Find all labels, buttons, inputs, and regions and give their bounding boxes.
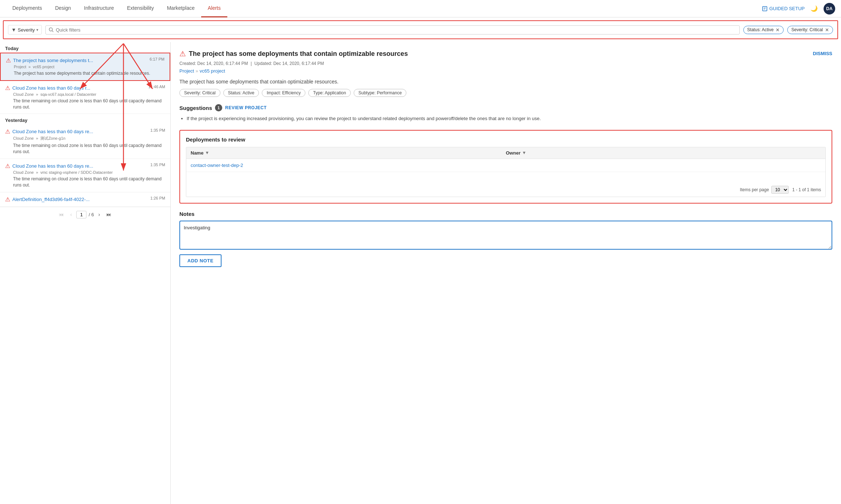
alert-title-a2[interactable]: Cloud Zone has less than 60 days r... [12,85,90,91]
today-group: Today ⚠ The project has some deployments… [0,42,170,114]
tag-type: Type: Application [308,89,351,97]
alert-title-b1[interactable]: Cloud Zone has less than 60 days re... [12,129,93,134]
alert-title-row-b2: ⚠ Cloud Zone has less than 60 days re... [5,163,148,169]
alert-header-b2: ⚠ Cloud Zone has less than 60 days re...… [5,163,165,169]
detail-meta: Created: Dec 14, 2020, 6:17:44 PM | Upda… [179,61,832,66]
notes-textarea[interactable]: Investigating [179,221,832,250]
top-navigation: Deployments Design Infrastructure Extens… [0,0,841,17]
critical-icon-b3: ⚠ [5,196,10,203]
first-page-button[interactable]: ⏮ [57,211,66,218]
deployment-link[interactable]: contact-owner-test-dep-2 [191,163,243,168]
status-active-close[interactable]: ✕ [776,27,780,33]
alert-header-b3: ⚠ AlertDefinition_ff4d3d96-fa4f-4022-...… [5,196,165,203]
deployments-title: Deployments to review [186,136,826,143]
filter-icon: ▼ [11,27,16,33]
last-page-button[interactable]: ⏭ [104,211,114,218]
alert-title-row-b3: ⚠ AlertDefinition_ff4d3d96-fa4f-4022-... [5,196,148,203]
breadcrumb-sep: » [195,68,198,74]
th-name-filter-icon[interactable]: ▼ [205,150,209,155]
detail-critical-icon: ⚠ [179,49,186,58]
current-page-input[interactable] [76,211,86,218]
severity-critical-close[interactable]: ✕ [825,27,829,33]
nav-infrastructure[interactable]: Infrastructure [77,0,120,17]
main-layout: Today ⚠ The project has some deployments… [0,42,841,504]
severity-critical-tag[interactable]: Severity: Critical ✕ [787,26,833,34]
alert-desc-b1: The time remaining on cloud zone is less… [13,143,165,155]
svg-rect-0 [763,7,767,11]
yesterday-label: Yesterday [0,114,170,124]
tag-subtype: Subtype: Performance [354,89,406,97]
svg-line-4 [52,30,53,32]
quick-filter-input[interactable] [56,27,736,33]
nav-design[interactable]: Design [49,0,78,17]
table-empty-row [186,172,825,183]
td-name: contact-owner-test-dep-2 [191,163,506,168]
critical-icon-a1: ⚠ [6,57,11,64]
severity-filter[interactable]: ▼ Severity ▾ [8,25,42,34]
next-page-button[interactable]: › [96,211,102,218]
meta-separator: | [251,61,252,66]
alert-item-a2[interactable]: ⚠ Cloud Zone has less than 60 days r... … [0,81,170,114]
alerts-list-panel: Today ⚠ The project has some deployments… [0,42,171,504]
alert-breadcrumb-b2: Cloud Zone » vmc staging-vsphere / SDDC-… [13,170,165,175]
items-count: 1 - 1 of 1 items [792,187,821,192]
alert-title-row-a2: ⚠ Cloud Zone has less than 60 days r... [5,85,146,91]
alert-desc-a1: The project has some deployments that co… [14,70,164,77]
nav-alerts[interactable]: Alerts [201,0,227,17]
alert-breadcrumb-a2: Cloud Zone » sqa-vc67.sqa.local / Datace… [13,92,165,97]
breadcrumb-project-name[interactable]: vc65 project [200,68,225,74]
alert-time-a1: 6:17 PM [150,57,164,61]
th-name: Name ▼ [191,150,506,156]
theme-toggle[interactable]: 🌙 [810,5,818,12]
nav-deployments[interactable]: Deployments [6,0,49,17]
alert-title-b2[interactable]: Cloud Zone has less than 60 days re... [12,163,93,169]
table-row: contact-owner-test-dep-2 [186,159,825,172]
yesterday-group: Yesterday ⚠ Cloud Zone has less than 60 … [0,114,170,206]
today-label: Today [0,42,170,53]
alert-title-row-a1: ⚠ The project has some deployments t... [6,57,147,64]
alert-breadcrumb-b1: Cloud Zone » 测试Zone-g1n [13,136,165,141]
page-total: / 6 [89,212,94,217]
severity-critical-label: Severity: Critical [791,27,823,32]
deployments-section: Deployments to review Name ▼ Owner ▼ con… [179,130,832,204]
status-active-tag[interactable]: Status: Active ✕ [743,26,784,34]
alert-title-a1[interactable]: The project has some deployments t... [13,58,93,63]
updated-text: Updated: Dec 14, 2020, 6:17:44 PM [255,61,324,66]
alerts-pagination: ⏮ ‹ / 6 › ⏭ [0,207,170,222]
alert-item-a1[interactable]: ⚠ The project has some deployments t... … [0,53,170,81]
user-avatar[interactable]: DA [824,3,835,15]
detail-header: ⚠ The project has some deployments that … [179,49,832,58]
suggestions-section: Suggestions 1 REVIEW PROJECT If the proj… [179,104,832,123]
items-per-page-select[interactable]: 10 25 50 [771,186,789,194]
alert-title-b3[interactable]: AlertDefinition_ff4d3d96-fa4f-4022-... [12,197,90,202]
alert-item-b2[interactable]: ⚠ Cloud Zone has less than 60 days re...… [0,159,170,192]
nav-right: GUIDED SETUP 🌙 DA [762,3,835,15]
suggestions-title: Suggestions [179,105,212,111]
detail-description: The project has some deployments that co… [179,79,832,85]
nav-marketplace[interactable]: Marketplace [161,0,201,17]
th-owner-filter-icon[interactable]: ▼ [522,150,526,155]
alert-time-b1: 1:35 PM [150,128,165,132]
guided-setup-button[interactable]: GUIDED SETUP [762,6,805,12]
table-header: Name ▼ Owner ▼ [186,147,825,159]
add-note-button[interactable]: ADD NOTE [179,254,222,267]
search-icon [49,27,54,32]
nav-items: Deployments Design Infrastructure Extens… [6,0,762,17]
breadcrumb-project[interactable]: Project [179,68,194,74]
nav-extensibility[interactable]: Extensibility [121,0,161,17]
alert-item-b3[interactable]: ⚠ AlertDefinition_ff4d3d96-fa4f-4022-...… [0,192,170,207]
review-project-link[interactable]: REVIEW PROJECT [225,105,267,110]
alert-header-a1: ⚠ The project has some deployments t... … [6,57,164,64]
alert-item-b1[interactable]: ⚠ Cloud Zone has less than 60 days re...… [0,124,170,159]
alert-desc-a2: The time remaining on cloud zone is less… [13,98,165,110]
dismiss-button[interactable]: DISMISS [813,51,832,56]
suggestion-text: If the project is experiencing increased… [179,115,832,123]
detail-tags: Severity: Critical Status: Active Impact… [179,89,832,97]
alert-header-a2: ⚠ Cloud Zone has less than 60 days r... … [5,85,165,91]
alert-detail-panel: ⚠ The project has some deployments that … [171,42,841,504]
prev-page-button[interactable]: ‹ [68,211,74,218]
filter-bar: ▼ Severity ▾ Status: Active ✕ Severity: … [3,20,838,39]
quick-filter-search[interactable] [45,25,740,34]
guided-setup-label: GUIDED SETUP [769,6,805,11]
notes-section: Notes Investigating ADD NOTE [179,211,832,267]
